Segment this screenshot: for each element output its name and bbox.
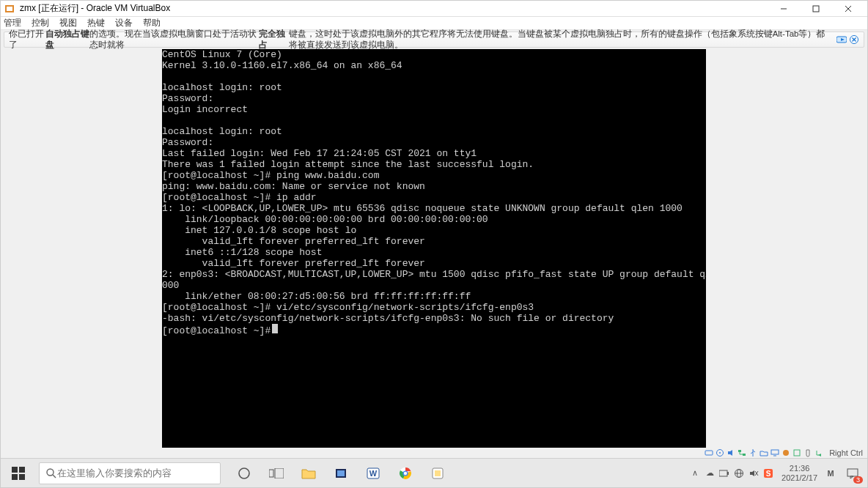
terminal-line: [root@localhost ~]# (162, 324, 706, 336)
close-button[interactable] (832, 1, 864, 17)
terminal-line: Last failed login: Wed Feb 17 21:24:05 C… (162, 148, 706, 159)
status-keyboard-arrow-icon[interactable] (814, 448, 823, 458)
terminal-line: Password: (162, 93, 706, 104)
task-virtualbox-icon[interactable] (326, 459, 356, 488)
status-display-icon[interactable] (770, 448, 779, 458)
virtualbox-icon (4, 3, 15, 15)
task-app-icon[interactable] (423, 459, 452, 488)
terminal-line: [root@localhost ~]# vi/etc/sysconfig/net… (162, 302, 706, 313)
status-mouse-icon[interactable] (803, 448, 812, 458)
terminal-line: CentOS Linux 7 (Core) (162, 49, 706, 60)
svg-rect-3 (813, 6, 819, 12)
svg-point-12 (719, 452, 721, 454)
tray-clock[interactable]: 21:36 2021/2/17 (776, 464, 823, 483)
terminal-line: localhost login: root (162, 82, 706, 93)
menu-view[interactable]: 视图 (59, 17, 77, 29)
terminal-line: [root@localhost ~]# ip addr (162, 192, 706, 203)
svg-text:S: S (766, 470, 771, 478)
task-taskview-icon[interactable] (262, 459, 291, 488)
tray-ime-icon[interactable]: M (823, 459, 838, 488)
status-recording-icon[interactable] (781, 448, 790, 458)
terminal-line: link/loopback 00:00:00:00:00:00 brd 00:0… (162, 214, 706, 225)
terminal-line: Login incorrect (162, 104, 706, 115)
start-button[interactable] (1, 459, 36, 488)
status-cpu-icon[interactable] (792, 448, 801, 458)
svg-point-25 (47, 469, 54, 476)
menu-control[interactable]: 控制 (32, 17, 49, 29)
tray-notifications-icon[interactable]: 3 (838, 459, 867, 488)
svg-rect-39 (719, 470, 727, 476)
svg-rect-19 (794, 450, 800, 456)
taskbar-search[interactable] (39, 462, 221, 484)
tray-clock-date: 2021/2/17 (781, 473, 817, 483)
terminal-line: 2: enp0s3: <BROADCAST,MULTICAST,UP,LOWER… (162, 269, 706, 280)
tray-volume-icon[interactable] (746, 459, 761, 488)
infobar-text-1: 你已打开了 (9, 29, 45, 51)
svg-rect-49 (847, 469, 858, 476)
svg-marker-20 (818, 454, 821, 456)
search-icon (45, 467, 57, 479)
tray-overflow-icon[interactable]: ∧ (688, 459, 702, 488)
window-title: zmx [正在运行] - Oracle VM VirtualBox (20, 2, 768, 15)
terminal-line: 1: lo: <LOOPBACK,UP,LOWER_UP> mtu 65536 … (162, 203, 706, 214)
svg-rect-29 (275, 468, 284, 478)
svg-rect-40 (727, 472, 729, 475)
status-usb-icon[interactable] (748, 448, 757, 458)
infobar-bold-1: 自动独占键盘 (45, 29, 89, 51)
task-chrome-icon[interactable] (391, 459, 420, 488)
svg-rect-22 (19, 467, 25, 473)
status-network-icon[interactable] (737, 448, 746, 458)
taskbar-pinned: W (229, 459, 452, 488)
infobar-text-2: 的选项。现在当该虚拟电脑窗口处于活动状态时就将 (89, 29, 259, 51)
infobar-close-icon[interactable] (850, 34, 859, 45)
svg-marker-31 (337, 470, 345, 476)
terminal-line: valid_lft forever preferred_lft forever (162, 236, 706, 247)
status-harddisk-icon[interactable] (704, 448, 713, 458)
maximize-button[interactable] (800, 1, 832, 17)
task-file-explorer-icon[interactable] (294, 459, 323, 488)
status-optical-icon[interactable] (715, 448, 724, 458)
terminal-line: [root@localhost ~]# ping www.baidu.com (162, 170, 706, 181)
tray-network-icon[interactable] (732, 459, 746, 488)
menu-device[interactable]: 设备 (115, 17, 133, 29)
terminal-line: Password: (162, 137, 706, 148)
infobar-text-3: 键盘，这时处于该虚拟电脑外的其它程序将无法使用键盘。当键盘被某个虚拟电脑独占时，… (289, 29, 834, 51)
status-shared-folders-icon[interactable] (759, 448, 768, 458)
status-audio-icon[interactable] (726, 448, 735, 458)
tray-power-icon[interactable] (717, 459, 732, 488)
task-cortana-icon[interactable] (229, 459, 259, 488)
svg-rect-14 (738, 450, 741, 452)
task-word-icon[interactable]: W (358, 459, 388, 488)
svg-marker-13 (728, 450, 732, 456)
infobar-expand-icon[interactable] (836, 34, 847, 45)
tray-sogou-icon[interactable]: S (761, 459, 776, 488)
terminal-cursor (272, 324, 278, 333)
vbox-titlebar: zmx [正在运行] - Oracle VM VirtualBox (1, 1, 867, 17)
guest-area: CentOS Linux 7 (Core)Kernel 3.10.0-1160.… (1, 49, 867, 448)
status-hostkey: Right Ctrl (829, 448, 863, 457)
svg-rect-24 (19, 474, 25, 480)
notifications-badge: 3 (853, 476, 863, 484)
terminal-line: valid_lft forever preferred_lft forever (162, 258, 706, 269)
terminal-line: Kernel 3.10.0-1160.el7.x86_64 on an x86_… (162, 60, 706, 71)
svg-marker-50 (850, 476, 853, 478)
taskbar-search-input[interactable] (57, 467, 214, 478)
terminal-line: -bash: vi/etc/sysconfig/network-scripts/… (162, 313, 706, 324)
tray-onedrive-icon[interactable]: ☁ (702, 459, 717, 488)
svg-rect-10 (705, 451, 713, 455)
menu-help[interactable]: 帮助 (143, 17, 161, 29)
svg-rect-38 (435, 470, 441, 476)
vbox-infobar: 你已打开了 自动独占键盘 的选项。现在当该虚拟电脑窗口处于活动状态时就将 完全独… (4, 32, 864, 48)
svg-rect-23 (12, 474, 18, 480)
menu-manage[interactable]: 管理 (4, 17, 21, 29)
svg-rect-28 (269, 470, 273, 477)
terminal[interactable]: CentOS Linux 7 (Core)Kernel 3.10.0-1160.… (162, 49, 706, 448)
windows-taskbar: W ∧ ☁ S 21:36 2021/2/17 M 3 (1, 458, 867, 487)
terminal-line: inet6 ::1/128 scope host (162, 247, 706, 258)
menu-hotkey[interactable]: 热键 (87, 17, 105, 29)
minimize-button[interactable] (768, 1, 800, 17)
svg-point-27 (239, 468, 249, 478)
terminal-line: There was 1 failed login attempt since t… (162, 159, 706, 170)
terminal-line: link/ether 08:00:27:d5:00:56 brd ff:ff:f… (162, 291, 706, 302)
svg-rect-15 (743, 454, 746, 456)
